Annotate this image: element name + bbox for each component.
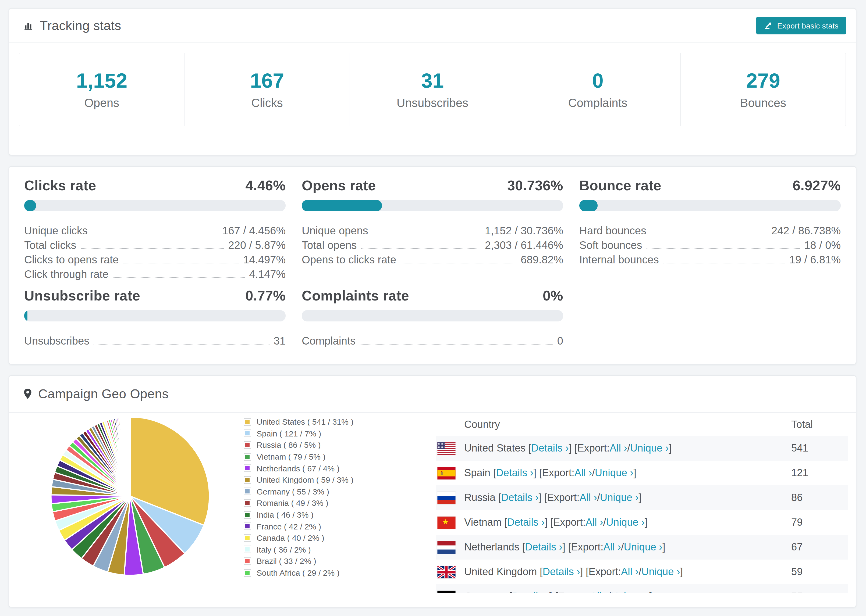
bracket-text: ] bbox=[638, 492, 641, 504]
legend-item: United States ( 541 / 31% ) bbox=[244, 416, 353, 427]
rate-row: Total clicks220 / 5.87% bbox=[24, 237, 286, 252]
stat-label: Unsubscribes bbox=[397, 97, 469, 109]
rate-title-value: 30.736% bbox=[507, 178, 563, 192]
bracket-text: ] bbox=[680, 566, 683, 578]
rate-title-value: 6.927% bbox=[793, 178, 841, 192]
legend-swatch bbox=[244, 453, 251, 460]
rate-row-value: 167 / 4.456% bbox=[222, 224, 286, 237]
bracket-text: / bbox=[627, 442, 630, 454]
bracket-text: / bbox=[638, 566, 641, 578]
bracket-text: [ bbox=[529, 442, 531, 454]
details-link[interactable]: Details › bbox=[531, 442, 568, 454]
export-all-link[interactable]: All › bbox=[586, 517, 603, 528]
bracket-text: / bbox=[592, 467, 595, 479]
rate-title: Bounce rate6.927% bbox=[579, 178, 841, 192]
bracket-text: ] [Export: bbox=[569, 442, 610, 454]
rate-title-label: Clicks rate bbox=[24, 178, 96, 192]
rate-title-value: 0% bbox=[543, 289, 563, 303]
dotted-leader bbox=[92, 234, 218, 234]
legend-label: Brazil ( 33 / 2% ) bbox=[257, 556, 316, 566]
country-name: Spain bbox=[464, 467, 493, 479]
bracket-text: ] bbox=[645, 517, 648, 528]
details-link[interactable]: Details › bbox=[496, 467, 533, 479]
bracket-text: / bbox=[597, 492, 600, 504]
table-row: United Kingdom [Details ›] [Export: All … bbox=[436, 559, 848, 584]
legend-item: Netherlands ( 67 / 4% ) bbox=[244, 462, 353, 474]
legend-item: Spain ( 121 / 7% ) bbox=[244, 427, 353, 439]
table-row: Russia [Details ›] [Export: All › / Uniq… bbox=[436, 486, 848, 510]
dotted-leader bbox=[360, 344, 553, 344]
export-unique-link[interactable]: Unique › bbox=[624, 541, 663, 553]
rate-row-label: Opens to clicks rate bbox=[302, 253, 396, 267]
legend-label: Vietnam ( 79 / 5% ) bbox=[257, 452, 326, 461]
rate-block-opens-rate: Opens rate30.736%Unique opens1,152 / 30.… bbox=[302, 178, 563, 281]
legend-item: Romania ( 49 / 3% ) bbox=[244, 497, 353, 509]
legend-item: United Kingdom ( 59 / 3% ) bbox=[244, 474, 353, 486]
bracket-text: ] bbox=[663, 541, 665, 553]
progress-bar bbox=[302, 200, 563, 211]
bracket-text: [ bbox=[522, 541, 525, 553]
rate-row-label: Internal bounces bbox=[579, 253, 659, 267]
details-link[interactable]: Details › bbox=[525, 541, 562, 553]
nl-flag-icon bbox=[437, 541, 456, 553]
rate-row: Clicks to opens rate14.497% bbox=[24, 252, 286, 267]
export-all-link[interactable]: All › bbox=[621, 566, 638, 578]
rate-row-label: Complaints bbox=[302, 334, 356, 348]
progress-bar bbox=[24, 310, 286, 321]
stat-unsubscribes: 31Unsubscribes bbox=[350, 53, 515, 126]
export-all-link[interactable]: All › bbox=[603, 541, 621, 553]
rate-row-value: 220 / 5.87% bbox=[228, 238, 286, 252]
rate-row-label: Unsubscribes bbox=[24, 334, 89, 348]
stat-value: 1,152 bbox=[76, 70, 127, 91]
stat-label: Bounces bbox=[740, 97, 786, 109]
geo-table: Country Total United States [Details ›] … bbox=[436, 413, 848, 607]
bracket-text: [ bbox=[540, 566, 543, 578]
stat-complaints: 0Complaints bbox=[515, 53, 680, 126]
rate-title: Unsubscribe rate0.77% bbox=[24, 289, 286, 303]
total-value: 79 bbox=[791, 517, 803, 528]
stat-opens: 1,152Opens bbox=[19, 53, 184, 126]
bracket-text: ] bbox=[633, 467, 636, 479]
stat-label: Clicks bbox=[252, 97, 283, 109]
pie-slice-other[interactable] bbox=[130, 417, 130, 496]
legend-swatch bbox=[244, 418, 251, 426]
legend-label: France ( 42 / 2% ) bbox=[257, 522, 321, 531]
rate-title-label: Complaints rate bbox=[302, 289, 409, 303]
details-link[interactable]: Details › bbox=[501, 492, 538, 504]
pie-legend: United States ( 541 / 31% )Spain ( 121 /… bbox=[244, 416, 353, 579]
rate-row-value: 2,303 / 61.446% bbox=[485, 238, 563, 252]
legend-item: Canada ( 40 / 2% ) bbox=[244, 532, 353, 544]
rate-row-label: Total clicks bbox=[24, 238, 76, 252]
rate-row-label: Unique opens bbox=[302, 224, 368, 237]
rate-row: Unique clicks167 / 4.456% bbox=[24, 223, 286, 237]
export-basic-stats-button[interactable]: Export basic stats bbox=[756, 17, 846, 35]
export-unique-link[interactable]: Unique › bbox=[630, 442, 669, 454]
legend-label: Italy ( 36 / 2% ) bbox=[257, 545, 311, 554]
stats-strip: 1,152Opens167Clicks31Unsubscribes0Compla… bbox=[19, 53, 846, 126]
legend-item: France ( 42 / 2% ) bbox=[244, 520, 353, 532]
legend-item: Brazil ( 33 / 2% ) bbox=[244, 555, 353, 567]
dotted-leader bbox=[650, 234, 767, 234]
rate-title-label: Opens rate bbox=[302, 178, 376, 192]
export-icon bbox=[764, 21, 772, 30]
rate-row-value: 31 bbox=[274, 334, 286, 348]
export-all-link[interactable]: All › bbox=[575, 467, 592, 479]
legend-swatch bbox=[244, 522, 251, 530]
country-name: Russia bbox=[464, 492, 498, 504]
export-all-link[interactable]: All › bbox=[610, 442, 627, 454]
stat-value: 167 bbox=[250, 70, 284, 91]
legend-label: Netherlands ( 67 / 4% ) bbox=[257, 464, 340, 473]
export-all-link[interactable]: All › bbox=[579, 492, 597, 504]
export-unique-link[interactable]: Unique › bbox=[606, 517, 645, 528]
rate-row-value: 18 / 0% bbox=[804, 238, 841, 252]
rate-row-label: Click through rate bbox=[24, 267, 109, 281]
details-link[interactable]: Details › bbox=[507, 517, 545, 528]
export-unique-link[interactable]: Unique › bbox=[595, 467, 634, 479]
progress-bar bbox=[302, 310, 563, 321]
dotted-leader bbox=[94, 344, 269, 344]
export-unique-link[interactable]: Unique › bbox=[600, 492, 639, 504]
rate-title-label: Unsubscribe rate bbox=[24, 289, 140, 303]
details-link[interactable]: Details › bbox=[543, 566, 580, 578]
export-unique-link[interactable]: Unique › bbox=[641, 566, 680, 578]
bracket-text: ] [Export: bbox=[562, 541, 603, 553]
